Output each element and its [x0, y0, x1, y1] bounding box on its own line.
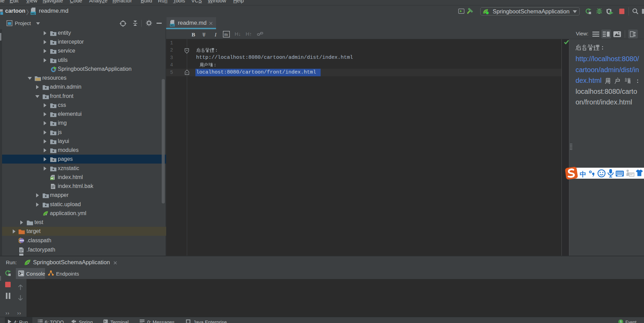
svg-text:1: 1 [620, 320, 622, 323]
svg-text:m: m [224, 32, 228, 37]
svg-text:MD: MD [31, 12, 35, 15]
svg-text:MD: MD [170, 24, 174, 26]
